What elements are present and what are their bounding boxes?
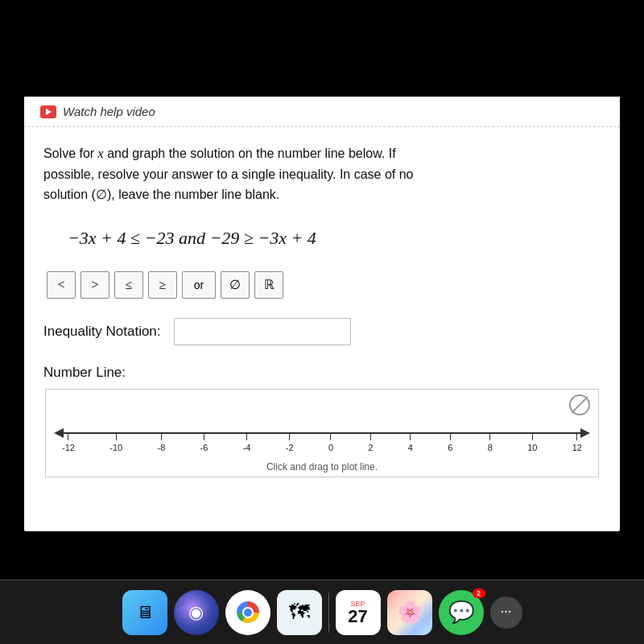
tick-neg4: -4 xyxy=(243,434,251,452)
greater-equal-button[interactable]: ≥ xyxy=(148,271,177,299)
desc-line3: solution (∅), leave the number line blan… xyxy=(43,188,279,201)
tick-neg2: -2 xyxy=(286,434,294,452)
equation-text: −3x + 4 ≤ −23 and −29 ≥ −3x + 4 xyxy=(68,228,316,248)
tick-8: 8 xyxy=(488,434,493,452)
dock-maps[interactable]: 🗺 xyxy=(277,590,322,635)
main-content-panel: Watch help video Solve for x and graph t… xyxy=(24,97,620,531)
tick-12: 12 xyxy=(572,434,582,452)
dock-calendar[interactable]: SEP 27 xyxy=(336,590,381,635)
dock-more[interactable]: ··· xyxy=(490,597,522,629)
tick-neg8: -8 xyxy=(157,434,165,452)
number-line-area: -12 -10 -8 -6 xyxy=(54,432,590,452)
tick-marks: -12 -10 -8 -6 xyxy=(54,434,590,452)
symbol-buttons-row: < > ≤ ≥ or ∅ ℝ xyxy=(43,271,601,299)
tick-4: 4 xyxy=(408,434,413,452)
cal-day: 27 xyxy=(348,608,367,625)
equation: −3x + 4 ≤ −23 and −29 ≥ −3x + 4 xyxy=(43,228,601,249)
watch-video-bar[interactable]: Watch help video xyxy=(24,97,620,127)
click-drag-text: Click and drag to plot line. xyxy=(46,461,598,473)
problem-content: Solve for x and graph the solution on th… xyxy=(24,127,620,493)
notation-row: Inequality Notation: xyxy=(43,318,601,345)
dock-siri[interactable]: ◉ xyxy=(174,590,219,635)
messages-badge: 2 xyxy=(473,588,485,598)
dock-photos[interactable]: 🌸 xyxy=(387,590,432,635)
top-dark-area xyxy=(0,0,644,101)
dock-separator xyxy=(328,592,329,633)
tick-neg12: -12 xyxy=(62,434,75,452)
number-line-section: Number Line: -12 -10 xyxy=(43,365,601,477)
tick-neg10: -10 xyxy=(109,434,122,452)
dock-messages[interactable]: 💬 2 xyxy=(439,590,484,635)
dock-finder[interactable]: 🖥 xyxy=(122,590,167,635)
tick-0: 0 xyxy=(328,434,333,452)
no-solution-icon xyxy=(569,394,590,415)
less-than-button[interactable]: < xyxy=(47,271,76,299)
svg-point-2 xyxy=(244,609,252,617)
mac-dock: 🖥 ◉ 🗺 SEP 27 🌸 💬 2 ··· xyxy=(0,580,644,644)
number-line-label: Number Line: xyxy=(43,365,601,381)
dock-chrome[interactable] xyxy=(225,590,270,635)
notation-label: Inequality Notation: xyxy=(43,324,161,340)
problem-description: Solve for x and graph the solution on th… xyxy=(43,143,601,205)
tick-2: 2 xyxy=(368,434,373,452)
reals-button[interactable]: ℝ xyxy=(254,271,283,299)
watch-video-label[interactable]: Watch help video xyxy=(63,105,155,118)
desc-line1: Solve for xyxy=(43,147,98,160)
greater-than-button[interactable]: > xyxy=(80,271,109,299)
less-equal-button[interactable]: ≤ xyxy=(114,271,143,299)
tick-6: 6 xyxy=(448,434,452,452)
desc-line1b: and graph the solution on the number lin… xyxy=(104,147,396,160)
or-button[interactable]: or xyxy=(182,271,216,299)
play-icon xyxy=(40,105,56,118)
number-line-container[interactable]: -12 -10 -8 -6 xyxy=(45,389,599,477)
empty-set-button[interactable]: ∅ xyxy=(221,271,250,299)
tick-10: 10 xyxy=(527,434,537,452)
notation-input[interactable] xyxy=(174,318,351,345)
variable: x xyxy=(98,147,104,160)
tick-neg6: -6 xyxy=(200,434,208,452)
desc-line2: possible, resolve your answer to a singl… xyxy=(43,167,414,181)
